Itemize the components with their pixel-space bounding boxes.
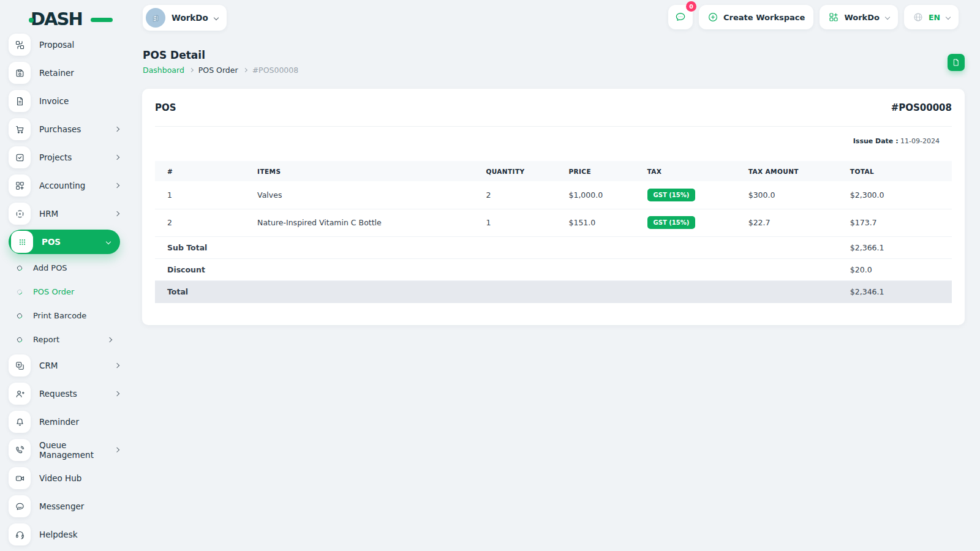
workspace-selector[interactable]: WorkDo [143,5,227,31]
sidebar-item-video-hub[interactable]: Video Hub [0,464,129,492]
page-title: POS Detail [143,49,205,61]
cell-price: $1,000.0 [556,181,635,209]
sidebar-item-label: Proposal [39,40,74,50]
total-label: Total [155,280,245,303]
chevron-right-icon [107,337,112,342]
accounting-icon [9,174,31,197]
sidebar-item-requests[interactable]: Requests [0,380,129,408]
reminder-bell-icon [9,411,31,433]
breadcrumb-pos-order[interactable]: POS Order [198,66,238,75]
logo-dash-accent [91,18,113,22]
sidebar-subitem-add-pos[interactable]: Add POS [0,256,129,280]
chevron-right-icon [115,391,119,396]
subtotal-label: Sub Total [155,236,245,258]
retainer-icon [9,62,31,84]
sidebar-subitem-pos-order[interactable]: POS Order [0,280,129,304]
discount-value: $20.0 [838,258,952,280]
sidebar-item-queue-management[interactable]: Queue Management [0,436,129,464]
language-code: EN [929,13,940,22]
subitem-label: POS Order [33,287,74,296]
cell-quantity: 1 [473,209,556,236]
video-camera-icon [9,467,31,489]
workspace-name: WorkDo [172,13,208,23]
globe-icon [913,12,924,23]
top-header: WorkDo 0 Create Workspace WorkDo EN [129,0,980,36]
discount-row: Discount $20.0 [155,258,952,280]
cell-total: $2,300.0 [838,181,952,209]
workspace-avatar [146,8,165,28]
document-icon [952,58,960,67]
cell-number: 1 [155,181,245,209]
sidebar-item-label: POS [42,237,61,247]
total-value: $2,346.1 [838,280,952,303]
sidebar-item-retainer[interactable]: Retainer [0,59,129,87]
sidebar-item-label: Accounting [39,181,85,190]
breadcrumb-dashboard-link[interactable]: Dashboard [143,66,184,75]
sidebar-item-purchases[interactable]: Purchases [0,115,129,143]
col-header-quantity: QUANTITY [473,161,556,181]
sidebar-item-messenger[interactable]: Messenger [0,492,129,520]
issue-date-label: Issue Date : [853,137,899,145]
workdo-apps-button[interactable]: WorkDo [820,5,898,29]
projects-icon [9,146,31,168]
pos-detail-card: POS #POS00008 Issue Date : 11-09-2024 # … [142,89,965,325]
brand-name: DASH [31,9,82,29]
language-selector[interactable]: EN [904,5,959,29]
sidebar-item-label: Invoice [39,96,69,106]
brand-logo[interactable]: DASH [31,9,98,31]
sidebar-item-pos[interactable]: POS [9,230,120,254]
pos-items-table: # ITEMS QUANTITY PRICE TAX TAX AMOUNT TO… [155,161,952,303]
purchases-icon [9,118,31,140]
bullet-ring-icon [16,312,23,319]
sidebar-item-label: Projects [39,152,72,162]
cell-item: Valves [245,181,473,209]
chevron-right-icon [115,211,119,216]
chevron-right-icon [243,68,247,72]
logo-dot-accent [29,18,34,23]
issue-date: Issue Date : 11-09-2024 [155,137,952,145]
cell-number: 2 [155,209,245,236]
pos-icon [11,231,33,253]
sidebar-item-hrm[interactable]: HRM [0,200,129,228]
sidebar-item-projects[interactable]: Projects [0,143,129,171]
discount-label: Discount [155,258,245,280]
col-header-items: ITEMS [245,161,473,181]
sidebar-item-label: Video Hub [39,473,81,483]
cell-tax-amount: $22.7 [736,209,838,236]
chevron-right-icon [115,155,119,160]
chevron-right-icon [115,363,119,368]
sidebar-item-label: Helpdesk [39,530,78,539]
breadcrumb: Dashboard POS Order #POS00008 [143,66,298,75]
sidebar: DASH Proposal Retainer Invoice Purchases… [0,0,129,551]
chat-bubble-icon [674,11,687,23]
sidebar-item-accounting[interactable]: Accounting [0,171,129,200]
messages-button[interactable]: 0 [668,5,693,29]
table-row: 2 Nature-Inspired Vitamin C Bottle 1 $15… [155,209,952,236]
sidebar-item-crm[interactable]: CRM [0,351,129,380]
sidebar-item-reminder[interactable]: Reminder [0,408,129,436]
subtotal-value: $2,366.1 [838,236,952,258]
export-pos-button[interactable] [948,54,965,71]
proposal-icon [9,34,31,56]
sidebar-item-invoice[interactable]: Invoice [0,87,129,115]
table-header-row: # ITEMS QUANTITY PRICE TAX TAX AMOUNT TO… [155,161,952,181]
headset-icon [9,523,31,545]
sidebar-subitem-print-barcode[interactable]: Print Barcode [0,304,129,328]
bullet-ring-icon [16,264,23,271]
cell-total: $173.7 [838,209,952,236]
total-row: Total $2,346.1 [155,280,952,303]
hrm-icon [9,203,31,225]
cell-quantity: 2 [473,181,556,209]
col-header-number: # [155,161,245,181]
cell-tax-amount: $300.0 [736,181,838,209]
subitem-label: Print Barcode [33,311,86,320]
create-workspace-button[interactable]: Create Workspace [699,5,813,29]
bullet-ring-icon [16,336,23,343]
sidebar-item-label: Purchases [39,124,81,134]
sidebar-subitem-report[interactable]: Report [0,328,129,351]
sidebar-item-proposal[interactable]: Proposal [0,31,129,59]
chat-bubble-icon [9,495,31,517]
sidebar-item-helpdesk[interactable]: Helpdesk [0,520,129,549]
subitem-label: Add POS [33,263,67,272]
sidebar-item-label: Reminder [39,417,79,427]
